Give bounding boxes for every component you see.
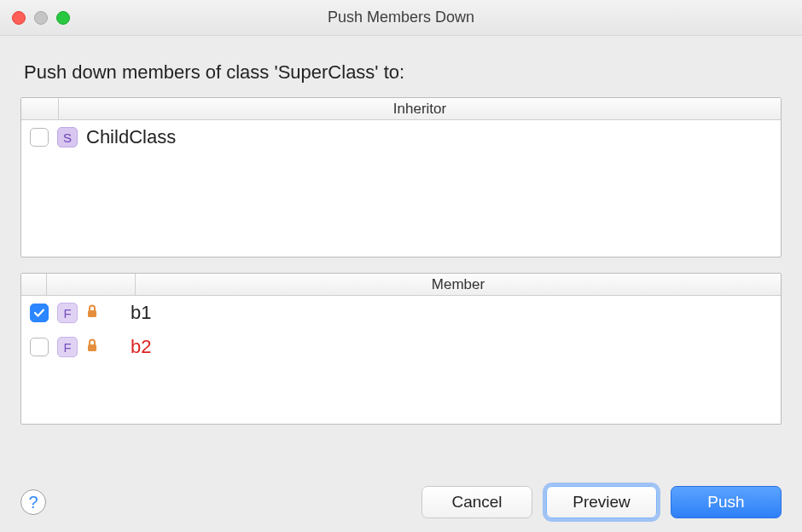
member-checkbox[interactable] xyxy=(30,338,49,356)
cancel-button[interactable]: Cancel xyxy=(421,486,532,518)
field-icon: F xyxy=(57,337,78,357)
member-row[interactable]: F b1 xyxy=(21,296,781,330)
inheritor-body: S ChildClass xyxy=(21,120,781,257)
member-column-header: Member xyxy=(136,274,781,295)
member-body: F b1 F b2 xyxy=(21,296,781,424)
push-button[interactable]: Push xyxy=(671,486,782,518)
header-spacer-2 xyxy=(47,274,136,295)
lock-icon xyxy=(86,338,98,356)
inheritor-checkbox[interactable] xyxy=(30,128,49,147)
header-spacer xyxy=(21,98,59,119)
lock-icon xyxy=(86,304,98,321)
svg-rect-0 xyxy=(88,310,96,317)
header-spacer xyxy=(21,274,47,295)
member-name: b1 xyxy=(131,302,151,324)
member-name: b2 xyxy=(131,336,151,358)
help-button[interactable]: ? xyxy=(20,489,46,515)
member-row[interactable]: F b2 xyxy=(21,330,781,364)
inheritor-row[interactable]: S ChildClass xyxy=(21,120,781,154)
member-panel: Member F b1 F b2 xyxy=(20,273,782,425)
inheritor-name: ChildClass xyxy=(86,126,176,148)
inheritor-column-header: Inheritor xyxy=(59,98,781,119)
field-icon: F xyxy=(57,303,78,323)
inheritor-header: Inheritor xyxy=(21,98,781,120)
preview-button[interactable]: Preview xyxy=(546,486,657,518)
inheritor-panel: Inheritor S ChildClass xyxy=(20,97,782,257)
class-icon: S xyxy=(57,127,78,147)
svg-rect-1 xyxy=(88,344,96,351)
member-header: Member xyxy=(21,274,781,296)
titlebar: Push Members Down xyxy=(0,0,802,36)
window-title: Push Members Down xyxy=(0,9,802,26)
prompt-text: Push down members of class 'SuperClass' … xyxy=(24,61,778,84)
member-checkbox[interactable] xyxy=(30,304,49,322)
